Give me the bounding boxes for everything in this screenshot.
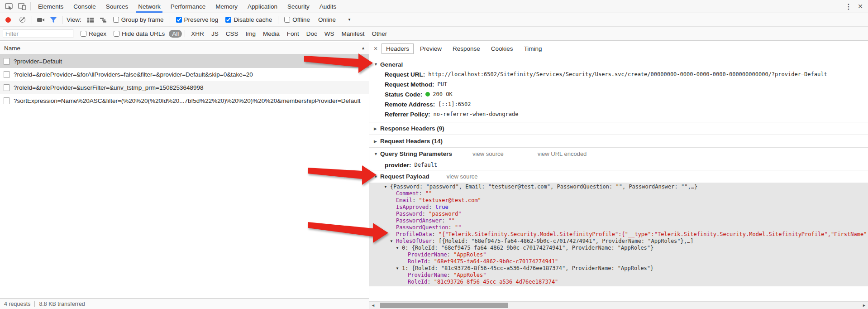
- group-by-frame-box[interactable]: [113, 17, 119, 23]
- filter-type[interactable]: Other: [369, 30, 391, 38]
- inspect-element-icon[interactable]: [3, 0, 15, 13]
- divider: [34, 301, 35, 307]
- offline-checkbox[interactable]: Offline: [284, 16, 310, 23]
- filter-type[interactable]: XHR: [188, 30, 207, 38]
- general-field: Remote Address:[::1]:6502: [369, 99, 868, 109]
- payload-row: ProviderName: "AppRoles": [369, 251, 868, 258]
- general-section-header[interactable]: ▼ General: [369, 59, 868, 69]
- filter-type[interactable]: All: [169, 30, 182, 38]
- hide-data-urls-checkbox[interactable]: Hide data URLs: [114, 30, 165, 37]
- clear-icon[interactable]: [19, 17, 25, 23]
- filter-type[interactable]: WS: [321, 30, 338, 38]
- divider: [278, 16, 278, 24]
- status-ok-icon: [425, 92, 430, 97]
- request-row[interactable]: ?roleId=&roleProvider=&userFilter=&unv_t…: [0, 81, 369, 94]
- twisty-icon[interactable]: ▼: [384, 183, 390, 190]
- chevron-down-icon[interactable]: ▼: [348, 18, 351, 22]
- payload-row: ▼1: {RoleId: "81c93726-8f56-45cc-a536-4d…: [369, 265, 868, 272]
- payload-row: IsApproved: true: [369, 204, 868, 211]
- main-tab[interactable]: Audits: [315, 0, 342, 13]
- twisty-closed-icon[interactable]: ▶: [374, 126, 380, 131]
- view-source-link[interactable]: view source: [447, 173, 478, 180]
- preserve-log-box[interactable]: [176, 17, 182, 23]
- twisty-closed-icon[interactable]: ▶: [374, 139, 380, 144]
- request-headers-section[interactable]: ▶ Request Headers (14): [369, 135, 868, 147]
- payload-row: ProviderName: "AppRoles": [369, 272, 868, 279]
- filter-type[interactable]: JS: [208, 30, 222, 38]
- close-devtools-icon[interactable]: ✕: [854, 3, 866, 10]
- response-headers-section[interactable]: ▶ Response Headers (9): [369, 122, 868, 135]
- detail-tab[interactable]: Headers: [382, 43, 414, 54]
- divider: [32, 16, 32, 24]
- twisty-icon[interactable]: ▼: [396, 245, 402, 251]
- scroll-up-icon[interactable]: ▲: [361, 46, 365, 50]
- main-tab[interactable]: Console: [68, 0, 101, 13]
- request-row[interactable]: ?roleId=&roleProvider=&forAllProviders=f…: [0, 68, 369, 81]
- main-tab[interactable]: Memory: [210, 0, 243, 13]
- filter-funnel-icon[interactable]: [47, 17, 60, 23]
- throttling-select[interactable]: Online: [318, 16, 336, 23]
- divider: [30, 2, 31, 10]
- device-toolbar-icon[interactable]: [15, 0, 28, 13]
- disable-cache-checkbox[interactable]: Disable cache: [225, 16, 272, 23]
- query-string-section[interactable]: ▼ Query String Parameters view source vi…: [369, 147, 868, 160]
- group-by-frame-checkbox[interactable]: Group by frame: [113, 16, 164, 23]
- main-tab[interactable]: Elements: [33, 0, 68, 13]
- requests-panel: Name ?provider=Default?roleId=&roleProvi…: [0, 42, 369, 309]
- main-tab[interactable]: Application: [243, 0, 282, 13]
- general-field: Referrer Policy:no-referrer-when-downgra…: [369, 109, 868, 119]
- preserve-log-checkbox[interactable]: Preserve log: [176, 16, 219, 23]
- view-source-link[interactable]: view source: [472, 150, 504, 157]
- regex-box[interactable]: [81, 31, 86, 37]
- twisty-icon[interactable]: ▼: [396, 265, 402, 272]
- payload-row: RoleId: "81c93726-8f56-45cc-a536-4d76ee1…: [369, 279, 868, 285]
- transferred-size: 8.8 KB transferred: [39, 301, 85, 307]
- twisty-open-icon[interactable]: ▼: [374, 174, 380, 179]
- main-tab[interactable]: Performance: [166, 0, 210, 13]
- file-icon: [4, 97, 10, 104]
- main-tab[interactable]: Network: [133, 0, 166, 13]
- detail-tab[interactable]: Timing: [520, 43, 547, 54]
- disable-cache-box[interactable]: [225, 17, 231, 23]
- filter-type[interactable]: Img: [242, 30, 259, 38]
- kebab-menu-icon[interactable]: ⋮: [843, 2, 854, 11]
- scroll-left-icon[interactable]: ◄: [371, 303, 375, 308]
- horizontal-scrollbar[interactable]: ◄ ►: [369, 301, 868, 309]
- main-tabs: ElementsConsoleSourcesNetworkPerformance…: [33, 0, 341, 13]
- list-view-icon[interactable]: [84, 17, 97, 23]
- close-panel-icon[interactable]: ×: [371, 45, 381, 52]
- request-row[interactable]: ?provider=Default: [0, 55, 369, 68]
- general-field: Status Code:200 OK: [369, 89, 868, 99]
- regex-checkbox[interactable]: Regex: [81, 30, 106, 37]
- payload-row: Comment: "": [369, 190, 868, 197]
- filter-type[interactable]: CSS: [223, 30, 242, 38]
- record-icon[interactable]: [5, 17, 11, 23]
- filter-type[interactable]: Doc: [303, 30, 320, 38]
- main-tab[interactable]: Sources: [101, 0, 134, 13]
- twisty-open-icon[interactable]: ▼: [374, 62, 380, 67]
- file-icon: [4, 84, 10, 91]
- general-field: Request Method:PUT: [369, 79, 868, 89]
- twisty-icon[interactable]: ▼: [390, 238, 396, 245]
- payload-row: PasswordQuestion: "": [369, 224, 868, 231]
- detail-tab[interactable]: Preview: [415, 43, 446, 54]
- name-column-header[interactable]: Name: [0, 42, 369, 55]
- twisty-open-icon[interactable]: ▼: [374, 152, 380, 156]
- request-row[interactable]: ?sortExpression=Name%20ASC&filter=(%20%2…: [0, 94, 369, 107]
- hide-data-urls-box[interactable]: [114, 31, 119, 37]
- offline-box[interactable]: [284, 17, 290, 23]
- scrollbar-thumb[interactable]: [380, 303, 508, 308]
- filter-type[interactable]: Font: [284, 30, 302, 38]
- request-payload-section[interactable]: ▼ Request Payload view source: [369, 170, 868, 183]
- filter-type[interactable]: Media: [260, 30, 283, 38]
- detail-tab[interactable]: Cookies: [486, 43, 518, 54]
- detail-tab[interactable]: Response: [448, 43, 485, 54]
- filter-type[interactable]: Manifest: [338, 30, 367, 38]
- scroll-right-icon[interactable]: ►: [862, 303, 866, 308]
- screenshot-camera-icon[interactable]: [34, 17, 47, 23]
- filter-input[interactable]: [3, 29, 73, 38]
- headers-content: ▼ General Request URL:http://localhost:6…: [369, 56, 868, 301]
- main-tab[interactable]: Security: [282, 0, 315, 13]
- waterfall-view-icon[interactable]: [97, 17, 110, 23]
- view-url-encoded-link[interactable]: view URL encoded: [538, 150, 587, 157]
